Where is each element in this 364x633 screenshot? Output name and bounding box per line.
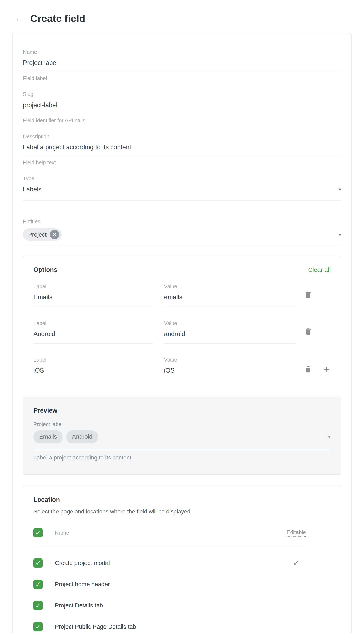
- option-value-input[interactable]: emails: [164, 293, 296, 301]
- slug-field-helper: Field identifier for API calls: [23, 117, 341, 124]
- type-selected-value: Labels: [23, 185, 42, 194]
- option-label-input[interactable]: Android: [34, 330, 153, 338]
- option-label-header: Label: [34, 320, 153, 326]
- location-table-header: ✓ Name Editable: [34, 528, 306, 537]
- option-value-input[interactable]: android: [164, 330, 296, 338]
- create-field-card: Name Project label Field label Slug proj…: [12, 33, 352, 633]
- location-row-name: Create project modal: [55, 560, 286, 566]
- option-value-header: Value: [164, 320, 296, 326]
- select-all-checkbox[interactable]: ✓: [34, 528, 43, 537]
- location-row: ✓ Create project modal ✓: [34, 558, 306, 568]
- input-underline: [23, 246, 341, 246]
- option-row: Label Android Value android: [34, 320, 330, 344]
- chevron-down-icon[interactable]: ▾: [338, 187, 341, 192]
- description-field-label: Description: [23, 133, 341, 140]
- input-underline: [23, 200, 341, 201]
- options-header: Options Clear all: [34, 266, 330, 274]
- option-value-input[interactable]: iOS: [164, 366, 296, 375]
- preview-select: Emails Android ▾: [34, 430, 330, 443]
- page-title: Create field: [30, 13, 85, 24]
- option-row-actions: [304, 291, 312, 299]
- input-underline: [23, 72, 341, 72]
- preview-helper: Label a project according to its content: [34, 454, 330, 461]
- add-option-icon[interactable]: +: [324, 364, 330, 375]
- slug-input[interactable]: project-label: [23, 101, 341, 109]
- preview-field-label: Project label: [34, 421, 330, 427]
- input-underline: [23, 114, 341, 114]
- entities-field-label: Entities: [23, 218, 341, 225]
- entities-select-group: Entities Project ✕ ▾: [23, 218, 341, 246]
- create-field-page: ← Create field Name Project label Field …: [0, 0, 364, 633]
- entities-chips: Project ✕: [23, 228, 62, 241]
- input-underline: [164, 307, 296, 307]
- name-field-helper: Field label: [23, 75, 341, 82]
- input-underline: [34, 343, 153, 344]
- trash-icon[interactable]: [304, 327, 312, 336]
- name-field-group: Name Project label Field label: [23, 49, 341, 82]
- table-divider: [34, 546, 306, 546]
- entities-select[interactable]: Project ✕ ▾: [23, 228, 341, 241]
- description-input[interactable]: Label a project according to its content: [23, 143, 341, 151]
- type-select[interactable]: Labels ▾: [23, 185, 341, 194]
- location-subtitle: Select the page and locations where the …: [34, 508, 330, 515]
- option-row: Label Emails Value emails: [34, 283, 330, 307]
- name-column-header: Name: [55, 530, 286, 536]
- page-header: ← Create field: [14, 13, 352, 24]
- row-checkbox[interactable]: ✓: [34, 622, 43, 631]
- option-label-input[interactable]: Emails: [34, 293, 153, 301]
- option-label-col: Label Android: [34, 320, 153, 344]
- back-arrow-icon[interactable]: ←: [14, 14, 24, 23]
- option-value-col: Value android: [164, 320, 296, 344]
- name-input[interactable]: Project label: [23, 59, 341, 67]
- preview-chips: Emails Android: [34, 430, 98, 443]
- option-label-header: Label: [34, 283, 153, 290]
- location-title: Location: [34, 496, 330, 503]
- preview-underline: [34, 449, 330, 449]
- trash-icon[interactable]: [304, 291, 312, 299]
- location-row-name: Project home header: [55, 581, 286, 588]
- location-row: ✓ Project home header ✓: [34, 580, 306, 589]
- slug-field-label: Slug: [23, 91, 341, 97]
- location-row: ✓ Project Public Page Details tab ✓: [34, 622, 306, 631]
- preview-chip: Emails: [34, 430, 63, 443]
- location-row-name: Project Public Page Details tab: [55, 623, 286, 630]
- location-row: ✓ Project Details tab ✓: [34, 601, 306, 610]
- input-underline: [23, 156, 341, 156]
- chevron-down-icon[interactable]: ▾: [338, 232, 341, 237]
- input-underline: [164, 343, 296, 344]
- row-checkbox[interactable]: ✓: [34, 580, 43, 589]
- option-row: Label iOS Value iOS +: [34, 357, 330, 380]
- option-value-header: Value: [164, 283, 296, 290]
- option-value-col: Value emails: [164, 283, 296, 307]
- option-value-col: Value iOS: [164, 357, 296, 380]
- trash-icon[interactable]: [304, 365, 312, 373]
- chevron-down-icon: ▾: [328, 434, 330, 439]
- chip-close-icon[interactable]: ✕: [50, 230, 59, 239]
- options-preview-panel: Options Clear all Label Emails Value ema…: [23, 256, 341, 475]
- editable-check-icon: ✓: [293, 559, 300, 567]
- options-title: Options: [34, 266, 57, 274]
- input-underline: [34, 307, 153, 307]
- name-field-label: Name: [23, 49, 341, 55]
- option-label-input[interactable]: iOS: [34, 366, 153, 375]
- entity-chip-label: Project: [28, 231, 46, 238]
- option-row-actions: +: [304, 364, 330, 375]
- input-underline: [164, 380, 296, 380]
- location-table: ✓ Name Editable ✓ Create project modal ✓…: [34, 528, 306, 633]
- entity-chip: Project ✕: [23, 228, 62, 241]
- location-section: Location Select the page and locations w…: [23, 485, 341, 633]
- options-section: Options Clear all Label Emails Value ema…: [23, 256, 341, 396]
- editable-column-header: Editable: [287, 529, 306, 537]
- preview-section: Preview Project label Emails Android ▾ L…: [23, 397, 341, 474]
- clear-all-button[interactable]: Clear all: [308, 266, 330, 273]
- option-value-header: Value: [164, 357, 296, 363]
- option-label-col: Label Emails: [34, 283, 153, 307]
- preview-title: Preview: [34, 407, 330, 414]
- row-checkbox[interactable]: ✓: [34, 601, 43, 610]
- location-row-name: Project Details tab: [55, 602, 286, 609]
- preview-chip: Android: [66, 430, 98, 443]
- option-label-col: Label iOS: [34, 357, 153, 380]
- slug-field-group: Slug project-label Field identifier for …: [23, 91, 341, 124]
- type-select-group: Type Labels ▾: [23, 175, 341, 201]
- row-checkbox[interactable]: ✓: [34, 558, 43, 568]
